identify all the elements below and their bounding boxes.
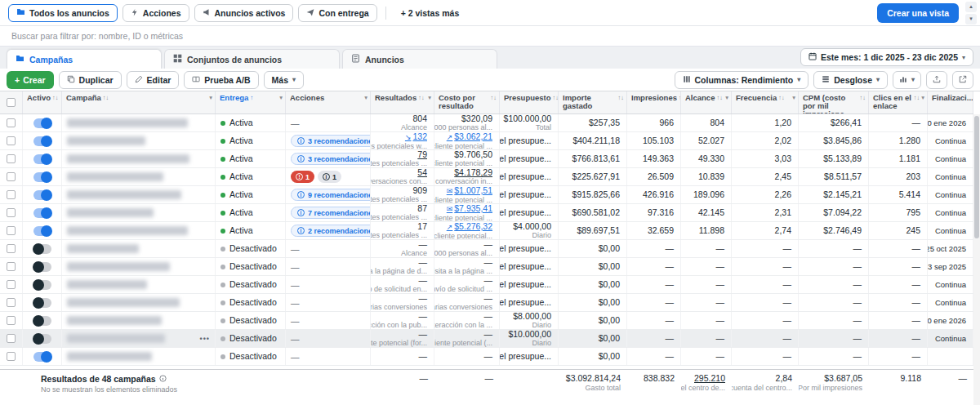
campaign-name[interactable] — [67, 280, 147, 289]
row-checkbox[interactable] — [7, 280, 16, 289]
more-button[interactable]: Más ▾ — [264, 71, 304, 89]
row-checkbox[interactable] — [7, 244, 16, 253]
row-checkbox[interactable] — [7, 208, 16, 217]
campaign-name[interactable] — [67, 136, 145, 145]
campaign-name[interactable] — [67, 298, 180, 307]
select-all-checkbox[interactable] — [0, 91, 23, 113]
column-header-campana[interactable]: Campaña↑↓▾ — [62, 91, 216, 113]
column-header-presupuesto[interactable]: Presupuesto↑↓ — [500, 91, 559, 113]
table-row[interactable]: Activa—804Alcance$320,09Por 1.000 person… — [0, 114, 973, 132]
campaign-name[interactable] — [67, 190, 181, 199]
campaign-toggle[interactable] — [33, 262, 51, 272]
issue-badge[interactable]: !1 — [291, 171, 314, 183]
row-checkbox[interactable] — [7, 226, 16, 235]
column-header-acciones[interactable]: Acciones▾ — [286, 91, 371, 113]
ab-test-button[interactable]: Prueba A/B — [184, 71, 258, 89]
recommendations-badge[interactable]: i2 recomendaciones — [291, 225, 371, 237]
chevron-down-icon[interactable]: ▾ — [279, 94, 283, 102]
columns-button[interactable]: Columnas: Rendimiento ▾ — [675, 71, 809, 89]
campaign-toggle[interactable] — [33, 244, 51, 254]
vertical-scrollbar[interactable] — [973, 114, 980, 405]
row-checkbox[interactable] — [7, 154, 16, 163]
scrollbar-thumb[interactable] — [974, 116, 979, 238]
campaign-name[interactable] — [67, 316, 162, 325]
recommendations-badge[interactable]: i3 recomendaciones — [291, 153, 371, 165]
column-header-costo[interactable]: Costo por resultado↑↓ — [434, 91, 500, 113]
table-row[interactable]: Desactivado———Con el presupue...$0,00———… — [0, 348, 973, 366]
filter-todos-los-anuncios[interactable]: Todos los anuncios — [8, 4, 118, 22]
column-header-resultados[interactable]: Resultados↑↓▾ — [371, 91, 434, 113]
table-row[interactable]: Desactivado——Visita a la página de d...—… — [0, 258, 973, 276]
campaign-name[interactable] — [67, 352, 152, 361]
campaign-name[interactable] — [67, 226, 188, 235]
column-header-alcance[interactable]: Alcance↑↓▾ — [681, 91, 732, 113]
table-row[interactable]: Desactivado——Envío de solicitud en...—Po… — [0, 276, 973, 294]
row-checkbox[interactable] — [7, 118, 16, 127]
breakdown-button[interactable]: Desglose ▾ — [813, 71, 888, 89]
campaign-name[interactable] — [67, 118, 188, 127]
campaign-toggle[interactable] — [33, 118, 51, 128]
campaign-toggle[interactable] — [33, 352, 51, 362]
reports-button[interactable]: ▾ — [893, 71, 921, 89]
tab-anuncios[interactable]: Anuncios — [342, 49, 497, 69]
chevron-down-icon[interactable]: ▾ — [792, 94, 795, 102]
edit-button[interactable]: Editar — [127, 71, 180, 89]
search-input[interactable] — [11, 31, 501, 41]
campaign-toggle[interactable] — [33, 316, 51, 326]
row-checkbox[interactable] — [7, 298, 16, 307]
column-header-clics[interactable]: Clics en el enlace↑↓▾ — [869, 91, 928, 113]
column-header-entrega[interactable]: Entrega↑▾ — [216, 91, 286, 113]
recommendations-badge[interactable]: i7 recomendaciones — [291, 207, 371, 219]
tab-campanas[interactable]: Campañas — [7, 49, 162, 69]
tab-conjuntos-de-anuncios[interactable]: Conjuntos de anuncios — [164, 49, 340, 69]
column-header-impresiones[interactable]: Impresiones↑↓▾ — [627, 91, 681, 113]
chevron-down-icon[interactable]: ▾ — [921, 94, 924, 102]
filter-acciones[interactable]: Acciones — [122, 4, 189, 22]
campaign-name[interactable] — [67, 244, 139, 253]
table-row[interactable]: •••Desactivado——Cliente potencial (for..… — [0, 330, 973, 348]
campaign-toggle[interactable] — [33, 208, 51, 218]
table-row[interactable]: Desactivado——Alcance—Por 1.000 personas … — [0, 240, 973, 258]
table-row[interactable]: Activa!1i154Conversaciones con...$4.178,… — [0, 168, 973, 186]
row-checkbox[interactable] — [7, 190, 16, 199]
column-header-finalizacion[interactable]: Finalizaci...↑↓ — [928, 91, 973, 113]
recommendations-badge[interactable]: i3 recomendaciones — [291, 135, 371, 147]
campaign-name[interactable] — [67, 208, 154, 217]
more-views-button[interactable]: + 2 vistas más — [394, 4, 466, 22]
chevron-down-icon[interactable]: ▾ — [364, 94, 368, 102]
filter-con-entrega[interactable]: Con entrega — [298, 4, 376, 22]
campaign-toggle[interactable] — [33, 226, 51, 236]
table-row[interactable]: Desactivado——Interacción con la pub...—P… — [0, 312, 973, 330]
chevron-down-icon[interactable]: ▾ — [209, 94, 212, 102]
table-row[interactable]: Desactivado——Varias conversiones—Varias … — [0, 294, 973, 312]
table-row[interactable]: Activai2 recomendaciones17Clientes poten… — [0, 222, 973, 240]
campaign-toggle[interactable] — [33, 154, 51, 164]
table-row[interactable]: Activai3 recomendaciones79Clientes poten… — [0, 150, 973, 168]
info-icon[interactable] — [159, 374, 167, 384]
filter-anuncios-activos[interactable]: Anuncios activos — [194, 4, 294, 22]
issue-badge[interactable]: i1 — [318, 171, 341, 183]
campaign-name[interactable] — [67, 334, 165, 343]
table-row[interactable]: Activai7 recomendaciones87Clientes poten… — [0, 204, 973, 222]
column-header-activo[interactable]: Activo↑↓ — [23, 91, 62, 113]
column-header-importe[interactable]: Importe gastado↑↓ — [559, 91, 627, 113]
row-checkbox[interactable] — [7, 136, 16, 145]
open-external-button[interactable] — [952, 71, 973, 89]
table-row[interactable]: Activai9 recomendaciones909Clientes pote… — [0, 186, 973, 204]
campaign-name[interactable] — [67, 262, 170, 271]
column-header-frecuencia[interactable]: Frecuencia↑↓▾ — [732, 91, 799, 113]
campaign-toggle[interactable] — [33, 334, 51, 344]
create-button[interactable]: + Crear — [7, 71, 54, 89]
chevron-down-icon[interactable]: ▾ — [725, 94, 728, 102]
chevron-down-icon[interactable]: ▾ — [428, 94, 431, 102]
column-header-cpm[interactable]: CPM (costo por mil impresione...↑↓ — [799, 91, 869, 113]
campaign-toggle[interactable] — [33, 190, 51, 200]
scroll-up-icon[interactable]: ▴ — [965, 2, 977, 12]
campaign-toggle[interactable] — [33, 136, 51, 146]
row-checkbox[interactable] — [7, 334, 16, 343]
recommendations-badge[interactable]: i9 recomendaciones — [291, 189, 371, 201]
date-range-picker[interactable]: Este mes: 1 dic 2025 - 23 dic 2025 ▾ — [800, 48, 973, 66]
more-options-icon[interactable]: ••• — [200, 335, 210, 343]
row-checkbox[interactable] — [7, 172, 16, 181]
row-checkbox[interactable] — [7, 352, 16, 361]
